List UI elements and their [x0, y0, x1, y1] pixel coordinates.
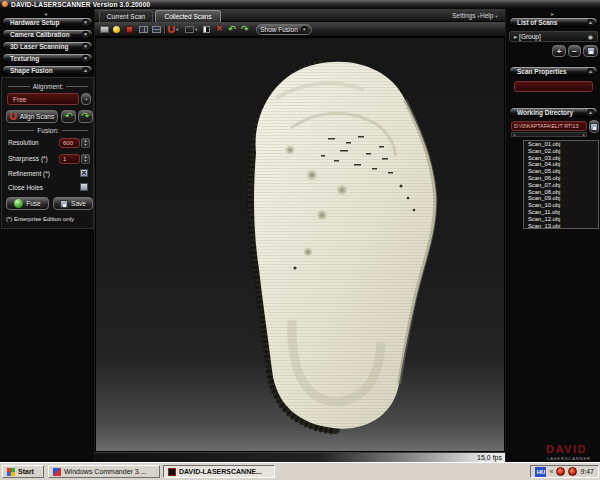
david-logo-subtitle: LASERSCANNER	[547, 456, 591, 461]
right-panel: ▸ List of Scans ▴ ▸ [Group] ◉ + − Scan P…	[505, 9, 600, 462]
browse-folder-button[interactable]	[589, 120, 599, 133]
sharpness-label: Sharpness (*)	[8, 155, 48, 162]
alignment-label: Alignment:	[8, 83, 88, 90]
file-item[interactable]: Scan_08.obj	[524, 189, 598, 196]
resolution-field[interactable]: 600	[59, 138, 80, 148]
working-directory-header[interactable]: Working Directory ▴	[509, 107, 598, 117]
record-icon[interactable]	[126, 24, 133, 34]
tray-icon-2[interactable]	[568, 467, 577, 476]
fuse-button[interactable]: Fuse	[6, 197, 49, 210]
alignment-dropdown[interactable]: Free	[7, 93, 79, 105]
scan-properties-field[interactable]	[514, 81, 593, 92]
toolbar: ▾ ▾ ✕ ↶ ↷ Show Fusion ▾	[95, 22, 505, 37]
eye-icon[interactable]: ◉	[588, 34, 593, 40]
redo-icon: ↷	[82, 112, 90, 121]
working-directory-path[interactable]: D:\!0\KAPTAFA\ELIT RT\13	[511, 121, 587, 131]
enterprise-footnote: (*) Enterprise Edition only	[6, 216, 74, 222]
remove-scan-button[interactable]: −	[568, 45, 581, 57]
section-label: Shape Fusion	[10, 67, 53, 74]
sidebar-item-shape-fusion[interactable]: Shape Fusion ▴	[2, 65, 93, 75]
section-label: Hardware Setup	[10, 19, 60, 26]
expand-group-icon[interactable]: ▸	[514, 33, 517, 40]
task-button-windows-commander[interactable]: Windows Commander 3....	[48, 465, 160, 478]
show-fusion-toggle[interactable]: Show Fusion ▾	[256, 24, 312, 35]
close-holes-checkbox[interactable]	[80, 183, 88, 191]
redo-icon[interactable]: ↷	[241, 24, 249, 34]
alignment-dropdown-button[interactable]: ▾	[81, 93, 91, 105]
sidebar-item-texturing[interactable]: Texturing ▾	[2, 53, 93, 63]
file-item[interactable]: Scan_09.obj	[524, 195, 598, 202]
scan-group-row[interactable]: ▸ [Group] ◉	[509, 31, 598, 42]
sidebar-item-3d-laser-scanning[interactable]: 3D Laser Scanning ▾	[2, 41, 93, 51]
window-title: DAVID-LASERSCANNER Version 3.0.20000	[11, 0, 150, 9]
file-item[interactable]: Scan_06.obj	[524, 175, 598, 182]
redo-align-button[interactable]: ↷	[78, 110, 93, 123]
refinement-checkbox[interactable]	[80, 169, 88, 177]
close-holes-label: Close Holes	[8, 184, 43, 191]
chevron-down-icon: ▾	[85, 97, 87, 102]
save-button[interactable]: Save	[53, 197, 93, 210]
david-logo: DAVID	[546, 443, 587, 455]
tray-collapse-icon[interactable]: «	[549, 468, 553, 475]
section-label: 3D Laser Scanning	[10, 43, 69, 50]
language-indicator[interactable]: HU	[535, 467, 546, 477]
file-item[interactable]: Scan_01.obj	[524, 141, 598, 148]
path-scrollbar[interactable]: ◂ ▸	[511, 132, 587, 137]
tray-clock[interactable]: 9:47	[580, 468, 594, 475]
sharpness-spinner[interactable]: ▴▾	[81, 154, 90, 164]
chevron-down-icon: ▾	[495, 14, 497, 19]
list-of-scans-header[interactable]: List of Scans ▴	[509, 17, 598, 27]
file-item[interactable]: Scan_11.obj	[524, 209, 598, 216]
system-tray: HU « 9:47	[530, 465, 599, 478]
group-label: [Group]	[519, 33, 541, 40]
undo-icon[interactable]: ↶	[228, 24, 236, 34]
floppy-icon	[587, 47, 595, 55]
window-grid-icon[interactable]	[152, 24, 161, 34]
tray-icon-1[interactable]	[556, 467, 565, 476]
sidebar-item-hardware-setup[interactable]: Hardware Setup ▾	[2, 17, 93, 27]
align-scans-button[interactable]: Align Scans	[6, 110, 58, 123]
file-item[interactable]: Scan_07.obj	[524, 182, 598, 189]
file-item[interactable]: Scan_04.obj	[524, 161, 598, 168]
viewport-3d[interactable]	[95, 37, 505, 452]
window-split-icon[interactable]	[139, 24, 148, 34]
camera-icon[interactable]	[100, 24, 109, 34]
add-scan-button[interactable]: +	[552, 45, 566, 57]
menu-settings[interactable]: Settings ▾	[452, 9, 480, 23]
scroll-left-icon[interactable]: ◂	[513, 133, 515, 137]
sharpness-field[interactable]: 1	[59, 154, 80, 164]
file-item[interactable]: Scan_13.obj	[524, 223, 598, 229]
chevron-up-icon: ▴	[587, 109, 594, 116]
scroll-right-icon[interactable]: ▸	[583, 133, 585, 137]
contrast-icon[interactable]	[203, 24, 210, 34]
chevron-down-icon: ▾	[82, 19, 89, 26]
sidebar-item-camera-calibration[interactable]: Camera Calibration ▾	[2, 29, 93, 39]
shape-fusion-panel: Alignment: Free ▾ Align Scans ↶ ↷ Fusion…	[1, 77, 94, 229]
screen: DAVID-LASERSCANNER Version 3.0.20000 ◂ H…	[0, 0, 600, 480]
file-item[interactable]: Scan_02.obj	[524, 148, 598, 155]
resolution-spinner[interactable]: ▴▾	[81, 138, 90, 148]
file-item[interactable]: Scan_10.obj	[524, 202, 598, 209]
tab-current-scan[interactable]: Current Scan	[99, 10, 153, 22]
save-list-button[interactable]	[583, 45, 598, 57]
folder-icon	[590, 123, 598, 131]
scan-properties-header[interactable]: Scan Properties ▴	[509, 66, 598, 76]
windows-commander-icon	[53, 468, 61, 476]
scan-file-list[interactable]: Scan_01.obj Scan_02.obj Scan_03.obj Scan…	[523, 140, 599, 229]
tab-collected-scans[interactable]: Collected Scans	[155, 10, 221, 22]
task-button-david-laserscanner[interactable]: DAVID-LASERSCANNE...	[163, 465, 275, 478]
lightbulb-icon[interactable]	[113, 24, 120, 34]
scan-model	[96, 38, 504, 451]
file-item[interactable]: Scan_03.obj	[524, 155, 598, 162]
menu-help[interactable]: Help ▾	[480, 9, 497, 23]
refinement-label: Refinement (*)	[8, 170, 50, 177]
magnet-icon[interactable]: ▾	[168, 24, 178, 34]
align-mode-icon[interactable]: ▾	[185, 24, 197, 34]
start-button[interactable]: Start	[2, 465, 44, 478]
left-sidebar: ◂ Hardware Setup ▾ Camera Calibration ▾ …	[0, 9, 95, 462]
delete-icon[interactable]: ✕	[216, 24, 223, 34]
windows-logo-icon	[7, 468, 15, 476]
undo-align-button[interactable]: ↶	[61, 110, 76, 123]
file-item[interactable]: Scan_12.obj	[524, 216, 598, 223]
file-item[interactable]: Scan_05.obj	[524, 168, 598, 175]
